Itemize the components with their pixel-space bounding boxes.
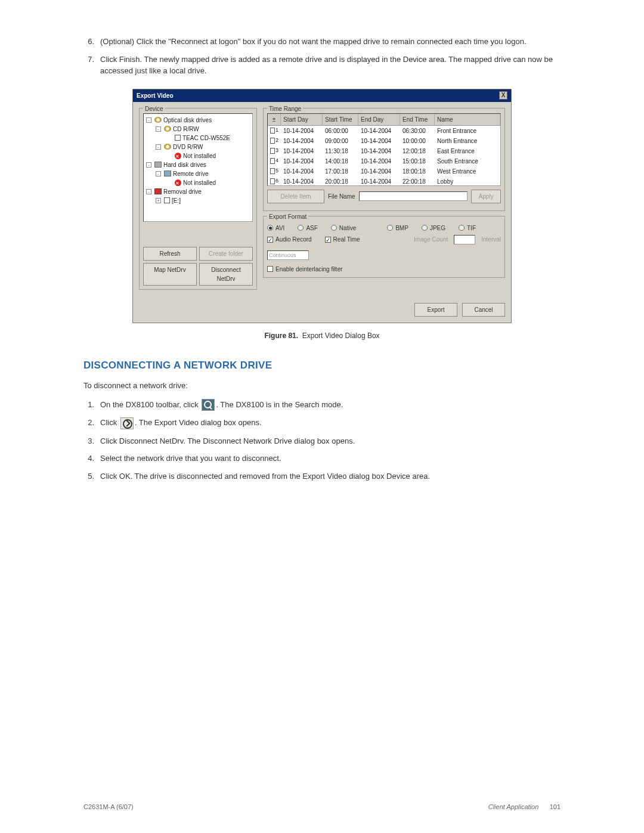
row-checkbox[interactable] bbox=[270, 158, 275, 164]
disconnect-netdrv-button[interactable]: Disconnect NetDrv bbox=[199, 263, 253, 286]
tree-item[interactable]: -DVD R/RW bbox=[146, 143, 250, 151]
timerange-table[interactable]: ± Start Day Start Time End Day End Time … bbox=[267, 113, 501, 186]
footer-page: 101 bbox=[550, 803, 561, 810]
col-starttime[interactable]: Start Time bbox=[323, 114, 358, 125]
intro-text: To disconnect a network drive: bbox=[83, 380, 561, 392]
tree-item[interactable]: Not installed bbox=[146, 151, 250, 160]
top-steps: 6. (Optional) Click the "Reconnect at lo… bbox=[83, 36, 561, 77]
radio-native[interactable]: Native bbox=[331, 224, 356, 233]
apply-button[interactable]: Apply bbox=[471, 190, 501, 203]
step-6: 6. (Optional) Click the "Reconnect at lo… bbox=[83, 36, 561, 48]
cancel-button[interactable]: Cancel bbox=[462, 303, 505, 317]
delete-item-button[interactable]: Delete Item bbox=[267, 190, 324, 203]
radio-tif[interactable]: TIF bbox=[459, 224, 476, 233]
row-checkbox[interactable] bbox=[270, 178, 275, 184]
step-text: Click Finish. The newly mapped drive is … bbox=[100, 54, 561, 77]
device-fieldset: Device -Optical disk drives-CD R/RWTEAC … bbox=[139, 108, 257, 290]
stop-icon bbox=[164, 197, 170, 203]
checkbox-deinterlace[interactable]: Enable deinterlacing filter bbox=[267, 265, 342, 274]
radio-jpeg[interactable]: JPEG bbox=[422, 224, 445, 233]
table-row[interactable]: 4 10-14-200414:00:18 10-14-200415:00:18 … bbox=[268, 156, 500, 166]
rm-icon bbox=[154, 188, 162, 194]
filename-input[interactable] bbox=[359, 191, 467, 201]
imagecount-label: Image Count bbox=[414, 235, 448, 244]
step-text: (Optional) Click the "Reconnect at logon… bbox=[100, 36, 561, 48]
col-startday[interactable]: Start Day bbox=[281, 114, 323, 125]
footer-section: Client Application bbox=[488, 803, 539, 810]
table-row[interactable]: 5 10-14-200417:00:18 10-14-200418:00:18 … bbox=[268, 166, 500, 176]
timerange-legend: Time Range bbox=[267, 104, 303, 113]
exportformat-legend: Export Format bbox=[267, 212, 308, 221]
cd-icon bbox=[164, 126, 171, 132]
hd-icon bbox=[154, 162, 162, 168]
close-icon[interactable]: X bbox=[499, 91, 507, 100]
step-5: 5. Click OK. The drive is disconnected a… bbox=[83, 470, 561, 482]
col-name[interactable]: Name bbox=[435, 114, 500, 125]
row-checkbox[interactable] bbox=[270, 168, 275, 174]
err-icon bbox=[175, 179, 181, 186]
tree-item[interactable]: -Hard disk drives bbox=[146, 160, 250, 169]
tree-item[interactable]: +[E:] bbox=[146, 196, 250, 205]
radio-asf[interactable]: ASF bbox=[298, 224, 317, 233]
tree-item[interactable]: -Optical disk drives bbox=[146, 116, 250, 125]
remote-icon bbox=[164, 171, 171, 176]
device-tree[interactable]: -Optical disk drives-CD R/RWTEAC CD-W552… bbox=[143, 113, 253, 222]
step-3: 3. Click Disconnect NetDrv. The Disconne… bbox=[83, 435, 561, 447]
tree-item[interactable]: -Remote drive bbox=[146, 169, 250, 178]
step-1: 1. On the DX8100 toolbar, click . The DX… bbox=[83, 399, 561, 411]
step-7: 7. Click Finish. The newly mapped drive … bbox=[83, 54, 561, 77]
tree-item[interactable]: TEAC CD-W552E bbox=[146, 134, 250, 143]
create-folder-button[interactable]: Create folder bbox=[199, 247, 253, 261]
radio-avi[interactable]: AVI bbox=[267, 224, 284, 233]
row-checkbox[interactable] bbox=[270, 138, 275, 144]
check-icon bbox=[267, 266, 273, 272]
interval-label: Interval bbox=[481, 235, 501, 244]
row-checkbox[interactable] bbox=[270, 148, 275, 154]
export-icon bbox=[120, 417, 134, 429]
imagecount-spinner[interactable] bbox=[454, 235, 475, 244]
cd-icon bbox=[154, 117, 162, 123]
dialog-titlebar: Export Video X bbox=[133, 89, 511, 102]
figure-wrap: Export Video X Device -Optical disk driv… bbox=[83, 89, 561, 341]
checkbox-realtime[interactable]: Real Time bbox=[325, 235, 360, 244]
tree-item[interactable]: -Removal drive bbox=[146, 187, 250, 196]
tree-item[interactable]: -CD R/RW bbox=[146, 125, 250, 134]
section-heading: DISCONNECTING A NETWORK DRIVE bbox=[83, 358, 561, 373]
col-endday[interactable]: End Day bbox=[358, 114, 400, 125]
table-row[interactable]: 2 10-14-200409:00:00 10-14-200410:00:00 … bbox=[268, 136, 500, 146]
col-select[interactable]: ± bbox=[268, 114, 281, 125]
check-icon bbox=[325, 237, 331, 243]
table-row[interactable]: 6 10-14-200420:00:18 10-14-200422:00:18 … bbox=[268, 176, 500, 186]
table-header: ± Start Day Start Time End Day End Time … bbox=[268, 114, 500, 126]
table-row[interactable]: 3 10-14-200411:30:18 10-14-200412:00:18 … bbox=[268, 146, 500, 156]
exportformat-fieldset: Export Format AVI ASF Native BMP JPEG TI… bbox=[263, 216, 505, 278]
checkbox-audio[interactable]: Audio Record bbox=[267, 235, 312, 244]
bottom-steps: 1. On the DX8100 toolbar, click . The DX… bbox=[83, 399, 561, 482]
check-icon bbox=[267, 237, 273, 243]
export-video-dialog: Export Video X Device -Optical disk driv… bbox=[132, 89, 512, 323]
device-legend: Device bbox=[143, 104, 165, 113]
map-netdrv-button[interactable]: Map NetDrv bbox=[143, 263, 197, 286]
tree-item[interactable]: Not installed bbox=[146, 178, 250, 187]
col-endtime[interactable]: End Time bbox=[400, 114, 435, 125]
step-num: 7. bbox=[83, 54, 100, 77]
dialog-title: Export Video bbox=[137, 91, 174, 100]
err-icon bbox=[175, 153, 181, 159]
table-row[interactable]: 1 10-14-200406:00:00 10-14-200406:30:00 … bbox=[268, 126, 500, 136]
footer-left: C2631M-A (6/07) bbox=[83, 802, 134, 812]
timerange-fieldset: Time Range ± Start Day Start Time End Da… bbox=[263, 108, 505, 211]
step-num: 6. bbox=[83, 36, 100, 48]
step-2: 2. Click . The Export Video dialog box o… bbox=[83, 417, 561, 429]
interval-dropdown[interactable]: Continuous bbox=[267, 250, 309, 260]
export-button[interactable]: Export bbox=[414, 303, 457, 317]
row-checkbox[interactable] bbox=[270, 128, 275, 134]
refresh-button[interactable]: Refresh bbox=[143, 247, 197, 261]
figure-caption: Figure 81. Export Video Dialog Box bbox=[83, 330, 561, 341]
search-icon bbox=[202, 399, 215, 411]
step-4: 4. Select the network drive that you wan… bbox=[83, 453, 561, 465]
radio-bmp[interactable]: BMP bbox=[387, 224, 408, 233]
page-footer: C2631M-A (6/07) Client Application 101 bbox=[83, 802, 561, 812]
cd-icon bbox=[164, 144, 171, 150]
stop-icon bbox=[175, 135, 181, 141]
filename-label: File Name bbox=[328, 192, 355, 201]
